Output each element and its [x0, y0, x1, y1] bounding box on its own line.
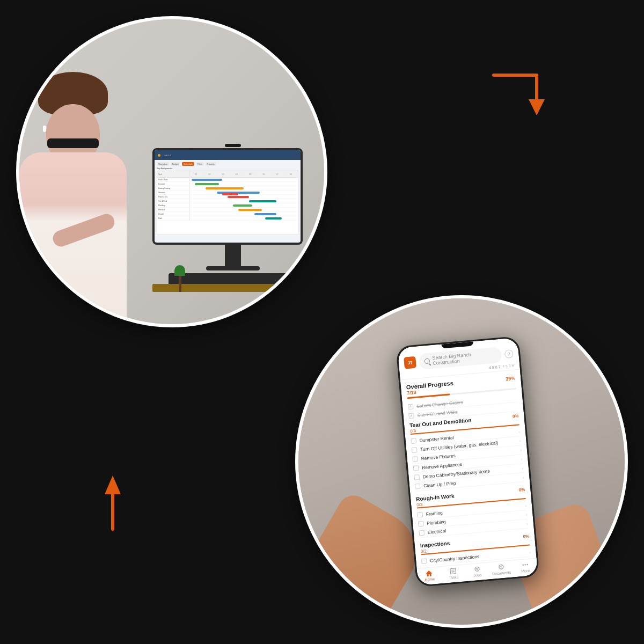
svg-line-3 [451, 571, 455, 572]
task-checkbox[interactable] [415, 484, 421, 489]
gantt-row: Electrical [157, 208, 298, 212]
documents-icon: $ [497, 564, 505, 570]
nav-jobs-label: Jobs [473, 573, 481, 577]
task-arrow-icon: › [518, 429, 520, 434]
nav-jobs[interactable]: Jobs [465, 565, 489, 578]
task-checkbox[interactable] [421, 558, 427, 564]
task-arrow-icon: › [525, 512, 527, 517]
nav-docs-label: Documents [492, 570, 511, 576]
section-rough-in-progress: 0% [519, 487, 525, 493]
svg-point-10 [526, 564, 528, 566]
task-arrow-icon: › [526, 521, 528, 526]
task-checkbox[interactable] [412, 447, 418, 453]
section-inspections-progress: 0% [523, 534, 529, 539]
person-glasses [47, 138, 99, 148]
monitor: Job 14 Overview Budget Schedule Files Re… [152, 148, 303, 245]
task-checkbox[interactable] [412, 456, 418, 462]
task-arrow-icon: › [521, 457, 522, 462]
nav-more[interactable]: More [513, 560, 537, 574]
section-rough-in: Rough-In Work 0% 0/3 Framing › [416, 485, 529, 538]
task-arrow-icon: › [522, 466, 523, 471]
main-scene: Job 14 Overview Budget Schedule Files Re… [0, 0, 644, 644]
person-arm [50, 211, 116, 248]
svg-marker-0 [426, 570, 433, 577]
task-checkbox[interactable] [418, 521, 424, 527]
person-torso [19, 152, 127, 324]
svg-marker-12 [105, 475, 121, 494]
jt-logo: JT [404, 356, 416, 369]
plant [172, 265, 188, 292]
gantt-row: Plumbing [157, 203, 298, 208]
task-checkbox[interactable] [417, 512, 423, 518]
svg-line-2 [451, 570, 455, 570]
gantt-label: Key Assignments [157, 167, 298, 170]
monitor-dot [158, 154, 160, 157]
task-arrow-icon: › [519, 438, 521, 443]
gantt-row: Frame & Dry [157, 195, 298, 199]
task-arrow-icon: › [525, 503, 526, 508]
task-arrow-icon: › [529, 550, 531, 554]
submitted-icon-2: ✓ [408, 413, 414, 419]
gantt-row: Trim & Final [157, 199, 298, 203]
monitor-title: Job 14 [164, 154, 171, 157]
task-checkbox[interactable] [419, 530, 425, 536]
phone-content: Overall Progress 39% 7/18 [400, 370, 537, 568]
monitor-nav: Overview Budget Schedule Files Reports [157, 162, 298, 166]
arrow-top-right [483, 64, 553, 136]
gantt-chart: Task W1 W2 W3 W4 W5 W6 W7 [157, 171, 298, 235]
nav-schedule[interactable]: Schedule [182, 162, 194, 166]
section-tear-out-progress: 0% [513, 413, 519, 419]
overall-progress-pct: 39% [506, 376, 516, 382]
phone-circle: JT Search Big Ranch Construction ? 4567 … [295, 295, 628, 628]
gantt-row: Bearing Framing [157, 186, 298, 191]
svg-marker-11 [529, 99, 545, 115]
task-checkbox[interactable] [413, 465, 419, 471]
submitted-icon-1: ✓ [408, 404, 414, 409]
task-arrow-icon: › [522, 474, 524, 479]
svg-point-8 [522, 564, 524, 566]
svg-point-9 [524, 564, 526, 566]
arrow-bottom-left [70, 465, 134, 537]
nav-overview[interactable]: Overview [157, 162, 169, 166]
nav-documents[interactable]: $ Documents [489, 562, 514, 576]
nav-tasks-label: Tasks [449, 575, 458, 580]
monitor-stand [225, 245, 241, 266]
jobs-icon [473, 566, 481, 573]
monitor-base [206, 266, 260, 270]
desktop-circle: Job 14 Overview Budget Schedule Files Re… [16, 16, 327, 327]
gantt-row: Excavate [157, 182, 298, 186]
nav-tasks[interactable]: Tasks [441, 567, 466, 580]
gantt-row: Structure [157, 191, 298, 195]
search-placeholder: Search Big Ranch Construction [432, 350, 496, 366]
nav-home[interactable]: Home [417, 569, 442, 582]
section-tear-out: Tear Out and Demolition 0% 0/6 Dumpster … [409, 411, 524, 491]
gantt-row: Rook & Subs [157, 178, 298, 182]
search-icon [424, 358, 430, 364]
webcam [225, 144, 241, 147]
nav-budget[interactable]: Budget [171, 162, 181, 166]
nav-more-label: More [521, 569, 530, 573]
phone-device: JT Search Big Ranch Construction ? 4567 … [396, 336, 539, 587]
tasks-icon [449, 568, 457, 575]
gantt-row: Drywall [157, 212, 298, 216]
task-checkbox[interactable] [414, 474, 420, 480]
info-icon[interactable]: ? [504, 349, 514, 358]
gantt-row: Paint [157, 216, 298, 221]
svg-text:$: $ [500, 565, 502, 569]
nav-home-label: Home [425, 577, 435, 582]
task-arrow-icon: › [520, 448, 522, 452]
home-icon [425, 569, 433, 576]
task-checkbox[interactable] [411, 438, 416, 444]
nav-reports[interactable]: Reports [206, 162, 216, 166]
phone-screen: JT Search Big Ranch Construction ? 4567 … [398, 338, 538, 586]
nav-files[interactable]: Files [196, 162, 203, 166]
more-icon [521, 561, 529, 568]
